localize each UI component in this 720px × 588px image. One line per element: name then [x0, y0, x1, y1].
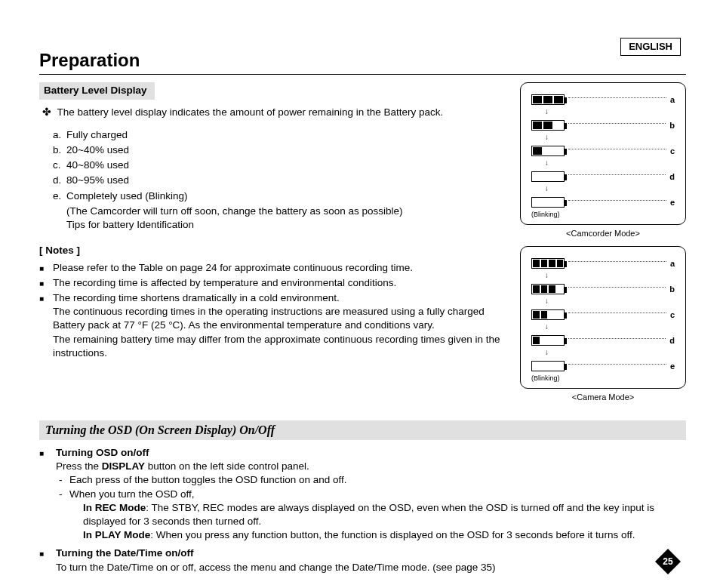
intro-line: ✤ The battery level display indicates th…	[53, 106, 512, 119]
intro-text: The battery level display indicates the …	[57, 106, 444, 118]
square-bullet-icon: ■	[39, 291, 53, 360]
blinking-label: (Blinking)	[531, 374, 675, 383]
section-label-battery: Battery Level Display	[39, 82, 155, 99]
note-text: The recording time shortens dramatically…	[53, 291, 512, 360]
osd-datetime-block: Turning the Date/Time on/off To turn the…	[56, 546, 686, 574]
level-e-cont1: (The Camcorder will turn off soon, chang…	[66, 205, 512, 218]
level-a: a.Fully charged	[53, 128, 512, 142]
language-label: ENGLISH	[620, 38, 681, 56]
osd-heading: Turning the OSD (On Screen Display) On/O…	[39, 420, 686, 440]
page-title: Preparation	[39, 48, 686, 72]
note-text: Please refer to the Table on page 24 for…	[53, 261, 512, 275]
square-bullet-icon: ■	[39, 546, 56, 574]
diagram-caption-camera: <Camera Mode>	[520, 392, 686, 403]
page-number-badge: 25	[655, 549, 681, 574]
level-e: e.Completely used (Blinking)	[53, 189, 512, 203]
notes-list: ■Please refer to the Table on page 24 fo…	[39, 261, 512, 361]
square-bullet-icon: ■	[39, 276, 53, 290]
level-d: d.80~95% used	[53, 174, 512, 187]
level-b: b.20~40% used	[53, 143, 512, 157]
level-e-cont2: Tips for battery Identification	[66, 218, 512, 232]
battery-diagram-camera: a ↓ b ↓ c ↓ d ↓ e (Blinking)	[520, 246, 686, 388]
square-bullet-icon: ■	[39, 261, 53, 275]
title-rule	[39, 74, 686, 75]
note-text: The recording time is affected by temper…	[53, 276, 512, 290]
osd-onoff-block: Turning OSD on/off Press the DISPLAY but…	[56, 446, 686, 543]
blinking-label: (Blinking)	[531, 210, 675, 219]
battery-diagram-camcorder: a ↓ b ↓ c ↓ d ↓ e (Blinking)	[520, 82, 686, 224]
diagram-caption-camcorder: <Camcorder Mode>	[520, 228, 686, 239]
square-bullet-icon: ■	[39, 446, 56, 543]
diamond-bullet-icon: ✤	[42, 106, 51, 118]
level-c: c.40~80% used	[53, 159, 512, 172]
notes-title: [ Notes ]	[39, 244, 512, 257]
